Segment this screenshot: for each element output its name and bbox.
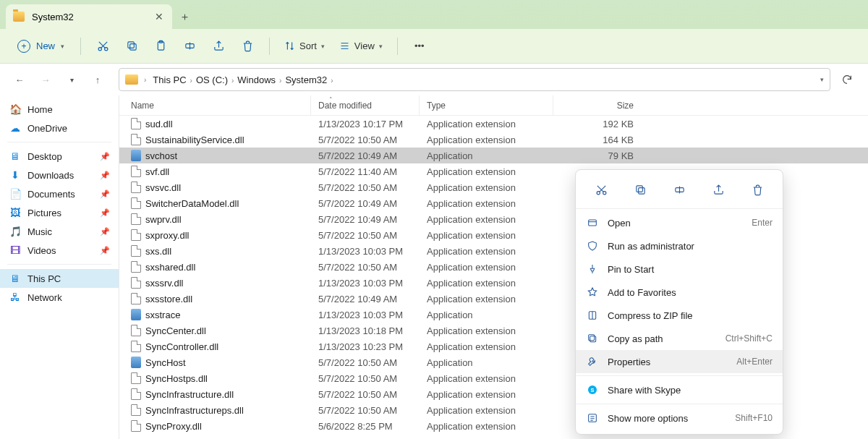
sidebar-item-desktop[interactable]: 🖥Desktop📌 <box>0 147 119 166</box>
cut-icon[interactable] <box>589 179 613 200</box>
delete-icon[interactable] <box>234 35 260 58</box>
chevron-down-icon[interactable]: ▾ <box>820 76 824 83</box>
menu-open[interactable]: OpenEnter <box>576 211 783 234</box>
file-name: svchost <box>119 150 311 161</box>
file-type: Application extension <box>420 341 553 352</box>
refresh-button[interactable] <box>835 68 859 91</box>
sidebar-item-videos[interactable]: 🎞Videos📌 <box>0 241 119 260</box>
sidebar-item-pictures[interactable]: 🖼Pictures📌 <box>0 203 119 222</box>
file-row[interactable]: svchost5/7/2022 10:49 AMApplication79 KB <box>119 148 868 163</box>
share-icon[interactable] <box>706 179 731 200</box>
menu-copypath[interactable]: Copy as pathCtrl+Shift+C <box>576 327 783 350</box>
sidebar-item-onedrive[interactable]: ☁ OneDrive <box>0 119 119 137</box>
window-tab[interactable]: System32 ✕ <box>6 4 172 29</box>
svg-rect-15 <box>589 335 595 341</box>
breadcrumb-item[interactable]: System32 <box>281 72 331 88</box>
sort-button[interactable]: Sort ▾ <box>278 36 331 56</box>
network-icon: 🖧 <box>9 291 22 303</box>
rename-icon[interactable] <box>176 35 203 58</box>
svg-rect-14 <box>590 336 596 342</box>
svg-rect-9 <box>638 187 644 194</box>
up-button[interactable]: ↑ <box>87 69 109 90</box>
menu-showmore[interactable]: Show more optionsShift+F10 <box>576 406 783 430</box>
history-chevron[interactable]: ▾ <box>61 69 82 90</box>
file-icon <box>131 293 141 304</box>
file-date: 1/13/2023 10:18 PM <box>311 325 420 336</box>
copypath-icon <box>586 332 599 345</box>
menu-pinstart[interactable]: Pin to Start <box>576 257 783 281</box>
sidebar-item-downloads[interactable]: ⬇Downloads📌 <box>0 166 119 184</box>
zip-icon <box>586 309 599 322</box>
menu-label: Share with Skype <box>608 385 681 396</box>
col-size[interactable]: Size <box>553 95 651 115</box>
menu-favorites[interactable]: Add to Favorites <box>576 281 783 304</box>
close-tab-icon[interactable]: ✕ <box>155 11 163 22</box>
breadcrumb-item[interactable]: This PC <box>149 72 190 88</box>
copy-icon[interactable] <box>628 179 652 200</box>
file-date: 1/13/2023 10:03 PM <box>311 278 420 289</box>
sidebar: 🏠 Home ☁ OneDrive 🖥Desktop📌⬇Downloads📌📄D… <box>0 95 119 439</box>
file-name: sxshared.dll <box>119 261 311 273</box>
svg-rect-12 <box>589 220 597 226</box>
file-icon <box>131 341 141 352</box>
svg-rect-2 <box>129 44 136 50</box>
file-type: Application extension <box>420 119 553 129</box>
file-date: 1/13/2023 10:17 PM <box>311 119 420 129</box>
separator <box>576 208 783 209</box>
forward-button[interactable]: → <box>35 69 56 90</box>
file-type: Application extension <box>420 278 553 289</box>
menu-runadmin[interactable]: Run as administrator <box>576 234 783 257</box>
file-icon <box>131 118 141 129</box>
new-button[interactable]: + New ▾ <box>10 35 72 57</box>
sidebar-item-home[interactable]: 🏠 Home <box>0 100 119 119</box>
svg-text:S: S <box>591 387 595 393</box>
file-name: SyncInfrastructure.dll <box>119 388 311 400</box>
sidebar-item-music[interactable]: 🎵Music📌 <box>0 222 119 241</box>
rename-icon[interactable] <box>667 179 692 200</box>
tab-title: System32 <box>32 12 74 22</box>
col-name[interactable]: Name <box>119 95 311 115</box>
address-bar[interactable]: › This PC›OS (C:)›Windows›System32› ▾ <box>119 68 830 91</box>
context-menu: OpenEnterRun as administratorPin to Star… <box>575 169 783 435</box>
chevron-down-icon: ▾ <box>321 43 325 50</box>
open-icon <box>586 216 599 229</box>
breadcrumb-item[interactable]: Windows <box>234 72 279 88</box>
menu-compress[interactable]: Compress to ZIP file <box>576 304 783 327</box>
file-date: 5/7/2022 10:49 AM <box>311 150 420 161</box>
file-icon <box>131 372 141 384</box>
col-date[interactable]: Date modified <box>311 95 420 115</box>
file-row[interactable]: sud.dll1/13/2023 10:17 PMApplication ext… <box>119 116 868 132</box>
file-type: Application extension <box>420 405 553 416</box>
file-name: sxs.dll <box>119 245 311 257</box>
view-button[interactable]: View ▾ <box>333 36 388 56</box>
file-row[interactable]: SustainabilityService.dll5/7/2022 10:50 … <box>119 132 868 148</box>
share-icon[interactable] <box>205 35 231 58</box>
file-name: SwitcherDataModel.dll <box>119 197 311 209</box>
delete-icon[interactable] <box>745 179 770 200</box>
toolbar: + New ▾ Sort ▾ View ▾ ••• <box>0 29 868 64</box>
pin-icon: 📌 <box>100 189 110 199</box>
menu-shortcut: Alt+Enter <box>736 357 773 367</box>
paste-icon[interactable] <box>148 35 174 58</box>
menu-properties[interactable]: PropertiesAlt+Enter <box>576 350 783 373</box>
cut-icon[interactable] <box>90 35 116 58</box>
file-icon <box>131 182 141 193</box>
sidebar-item-documents[interactable]: 📄Documents📌 <box>0 184 119 203</box>
copy-icon[interactable] <box>119 35 145 58</box>
file-name: SyncHostps.dll <box>119 372 311 384</box>
svg-rect-10 <box>636 185 642 192</box>
skype-icon: S <box>586 383 599 396</box>
back-button[interactable]: ← <box>9 69 30 90</box>
folder-icon: 🖼 <box>9 207 22 218</box>
col-type[interactable]: Type <box>420 95 553 115</box>
more-button[interactable]: ••• <box>407 35 433 58</box>
menu-shareskype[interactable]: SShare with Skype <box>576 378 783 401</box>
more-icon <box>586 412 599 425</box>
file-name: SyncController.dll <box>119 341 311 352</box>
new-tab-button[interactable]: ＋ <box>172 4 197 29</box>
separator <box>576 375 783 376</box>
sidebar-item-network[interactable]: 🖧 Network <box>0 288 119 307</box>
breadcrumb-item[interactable]: OS (C:) <box>192 72 231 88</box>
file-icon <box>131 134 141 145</box>
sidebar-item-thispc[interactable]: 🖥 This PC <box>0 269 119 288</box>
